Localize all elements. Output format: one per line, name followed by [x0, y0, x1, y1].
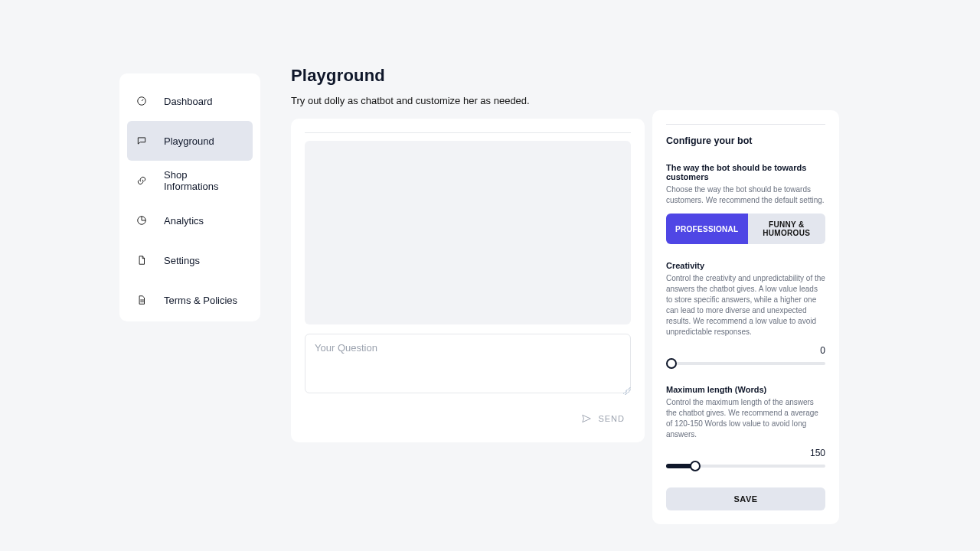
config-title: Configure your bot — [666, 135, 825, 146]
gauge-icon — [136, 96, 147, 106]
paper-plane-icon — [581, 413, 592, 424]
file-icon — [136, 255, 147, 266]
slider-thumb[interactable] — [690, 461, 701, 471]
maxlen-slider[interactable] — [666, 461, 825, 471]
sidebar-item-dashboard[interactable]: Dashboard — [127, 81, 253, 121]
pie-icon — [136, 215, 147, 226]
sidebar-item-terms-policies[interactable]: Terms & Policies — [127, 280, 253, 320]
chat-card: SEND — [291, 119, 645, 442]
slider-track — [666, 362, 825, 365]
creativity-field: Creativity Control the creativity and un… — [666, 261, 825, 368]
sidebar-item-shop-informations[interactable]: Shop Informations — [127, 161, 253, 201]
creativity-label: Creativity — [666, 261, 825, 270]
tone-option-professional[interactable]: PROFESSIONAL — [666, 214, 748, 244]
page-title: Playground — [291, 66, 645, 86]
doc-icon — [136, 295, 147, 305]
creativity-value: 0 — [820, 345, 825, 356]
tone-option-funny[interactable]: FUNNY & HUMOROUS — [748, 214, 826, 244]
send-button[interactable]: SEND — [575, 409, 631, 429]
sidebar-item-label: Analytics — [164, 215, 204, 227]
tone-label: The way the bot should be towards custom… — [666, 163, 825, 181]
sidebar-item-analytics[interactable]: Analytics — [127, 201, 253, 240]
maxlen-label: Maximum length (Words) — [666, 385, 825, 394]
page-subtitle: Try out dolly as chatbot and customize h… — [291, 95, 645, 106]
slider-thumb[interactable] — [666, 358, 677, 369]
tone-segmented-control: PROFESSIONAL FUNNY & HUMOROUS — [666, 214, 825, 244]
maxlen-value: 150 — [810, 448, 825, 458]
sidebar-item-label: Terms & Policies — [164, 295, 237, 306]
divider — [666, 124, 825, 125]
sidebar-item-settings[interactable]: Settings — [127, 240, 253, 280]
chat-history-area — [305, 141, 631, 324]
sidebar-item-playground[interactable]: Playground — [127, 121, 253, 161]
main-column: Playground Try out dolly as chatbot and … — [291, 66, 645, 442]
send-label: SEND — [598, 414, 625, 423]
creativity-slider[interactable] — [666, 359, 825, 368]
save-button[interactable]: SAVE — [666, 487, 825, 510]
config-card: Configure your bot The way the bot shoul… — [652, 110, 839, 524]
tone-field: The way the bot should be towards custom… — [666, 163, 825, 244]
maxlen-field: Maximum length (Words) Control the maxim… — [666, 385, 825, 471]
chat-icon — [136, 135, 147, 146]
send-row: SEND — [305, 409, 631, 429]
creativity-description: Control the creativity and unpredictabil… — [666, 273, 825, 337]
question-input[interactable] — [305, 334, 631, 393]
maxlen-description: Control the maximum length of the answer… — [666, 397, 825, 440]
sidebar-item-label: Playground — [164, 135, 214, 147]
resize-handle[interactable] — [623, 387, 631, 395]
divider — [305, 132, 631, 133]
sidebar-item-label: Shop Informations — [164, 169, 243, 192]
sidebar: Dashboard Playground Shop Informations A… — [119, 73, 260, 321]
link-icon — [136, 175, 147, 186]
sidebar-item-label: Dashboard — [164, 96, 213, 107]
sidebar-item-label: Settings — [164, 255, 200, 266]
tone-description: Choose the way the bot should be towards… — [666, 184, 825, 206]
